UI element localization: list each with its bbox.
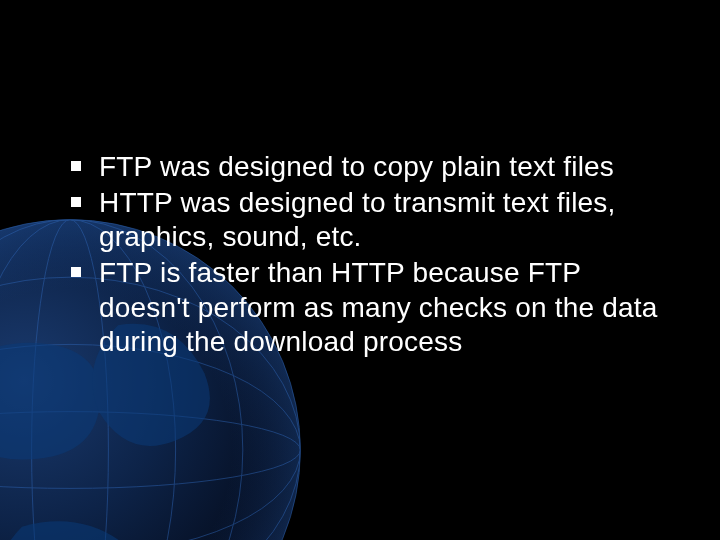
bullet-text: HTTP was designed to transmit text files… <box>99 187 616 252</box>
bullet-list: FTP was designed to copy plain text file… <box>65 150 660 359</box>
svg-point-5 <box>0 412 300 489</box>
list-item: FTP is faster than HTTP because FTP does… <box>65 256 660 358</box>
list-item: HTTP was designed to transmit text files… <box>65 186 660 254</box>
list-item: FTP was designed to copy plain text file… <box>65 150 660 184</box>
slide-body: FTP was designed to copy plain text file… <box>65 150 660 361</box>
slide: 0 1 8 0 6 1 FTP was designed to copy pla… <box>0 0 720 540</box>
svg-point-4 <box>0 344 300 540</box>
bullet-text: FTP was designed to copy plain text file… <box>99 151 614 182</box>
bullet-text: FTP is faster than HTTP because FTP does… <box>99 257 658 356</box>
